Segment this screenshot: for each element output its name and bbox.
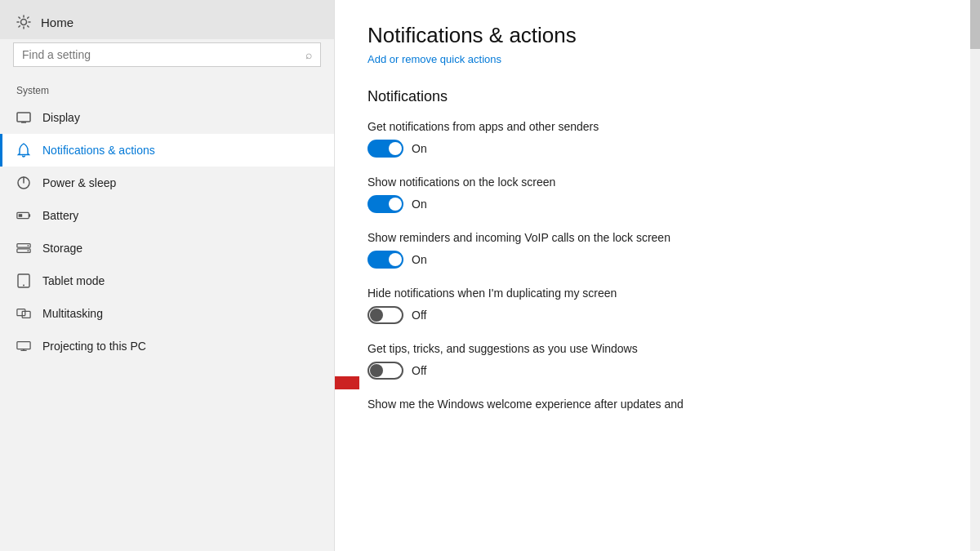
toggle-notif-apps[interactable] xyxy=(368,140,403,158)
battery-label: Battery xyxy=(42,209,78,222)
tablet-icon xyxy=(16,273,31,288)
setting-notif-welcome: Show me the Windows welcome experience a… xyxy=(368,398,947,411)
setting-notif-tips: Get tips, tricks, and suggestions as you… xyxy=(368,342,947,380)
battery-icon xyxy=(16,208,31,223)
sidebar-item-multitasking[interactable]: Multitasking xyxy=(0,297,334,330)
sidebar-item-notifications[interactable]: Notifications & actions xyxy=(0,134,334,167)
multitasking-label: Multitasking xyxy=(42,307,103,320)
svg-point-12 xyxy=(28,250,29,251)
toggle-notif-apps-state: On xyxy=(412,142,427,155)
red-arrow-indicator xyxy=(335,365,359,404)
storage-icon xyxy=(16,241,31,256)
setting-notif-duplicate: Hide notifications when I'm duplicating … xyxy=(368,287,947,324)
quick-actions-link[interactable]: Add or remove quick actions xyxy=(368,53,501,65)
toggle-notif-lock[interactable] xyxy=(368,195,403,213)
toggle-notif-reminders-state: On xyxy=(412,253,427,266)
svg-rect-15 xyxy=(17,309,25,316)
multitasking-icon xyxy=(16,306,31,321)
home-gear-icon xyxy=(16,15,31,29)
svg-rect-16 xyxy=(22,311,30,318)
toggle-notif-tips-state: Off xyxy=(412,364,426,377)
setting-notif-duplicate-toggle-row: Off xyxy=(368,306,947,324)
svg-rect-1 xyxy=(17,113,30,122)
projecting-label: Projecting to this PC xyxy=(42,340,146,353)
power-label: Power & sleep xyxy=(42,176,116,189)
toggle-notif-duplicate-knob xyxy=(370,309,383,322)
toggle-notif-duplicate-state: Off xyxy=(412,309,426,322)
storage-label: Storage xyxy=(42,242,82,255)
projecting-icon xyxy=(16,339,31,353)
toggle-notif-reminders-knob xyxy=(389,253,402,266)
toggle-notif-duplicate[interactable] xyxy=(368,306,403,324)
main-content: Notifications & actions Add or remove qu… xyxy=(335,0,980,551)
notifications-label: Notifications & actions xyxy=(42,144,155,157)
setting-notif-reminders-label: Show reminders and incoming VoIP calls o… xyxy=(368,231,947,244)
toggle-notif-tips[interactable] xyxy=(368,362,403,380)
system-section-label: System xyxy=(0,80,334,101)
display-icon xyxy=(16,110,31,125)
tablet-label: Tablet mode xyxy=(42,274,105,287)
svg-point-0 xyxy=(21,20,27,25)
toggle-notif-apps-knob xyxy=(389,142,402,155)
toggle-notif-lock-state: On xyxy=(412,198,427,211)
setting-notif-lock-toggle-row: On xyxy=(368,195,947,213)
setting-notif-reminders-toggle-row: On xyxy=(368,251,947,269)
setting-notif-tips-toggle-row: Off xyxy=(368,362,947,380)
setting-notif-tips-label: Get tips, tricks, and suggestions as you… xyxy=(368,342,947,355)
setting-notif-apps: Get notifications from apps and other se… xyxy=(368,120,947,158)
toggle-notif-tips-knob xyxy=(370,364,383,377)
setting-notif-reminders: Show reminders and incoming VoIP calls o… xyxy=(368,231,947,269)
toggle-notif-lock-knob xyxy=(389,198,402,211)
page-title: Notifications & actions xyxy=(368,23,947,48)
search-box[interactable]: ⌕ xyxy=(13,42,321,67)
setting-notif-apps-label: Get notifications from apps and other se… xyxy=(368,120,947,133)
search-input[interactable] xyxy=(22,48,299,61)
search-icon: ⌕ xyxy=(305,48,312,61)
svg-point-11 xyxy=(28,245,29,247)
display-label: Display xyxy=(42,111,80,124)
svg-marker-20 xyxy=(335,365,359,401)
svg-rect-7 xyxy=(29,214,30,217)
svg-point-14 xyxy=(23,285,24,287)
sidebar-item-display[interactable]: Display xyxy=(0,101,334,134)
toggle-notif-reminders[interactable] xyxy=(368,251,403,269)
sidebar-item-projecting[interactable]: Projecting to this PC xyxy=(0,330,334,362)
scrollbar-thumb[interactable] xyxy=(970,0,980,49)
setting-notif-lock: Show notifications on the lock screen On xyxy=(368,176,947,213)
sidebar-item-battery[interactable]: Battery xyxy=(0,199,334,232)
notifications-section-title: Notifications xyxy=(368,88,947,105)
svg-rect-8 xyxy=(19,214,23,217)
home-label: Home xyxy=(41,16,74,29)
sidebar-item-power[interactable]: Power & sleep xyxy=(0,167,334,199)
notifications-icon xyxy=(16,143,31,158)
sidebar-item-tablet[interactable]: Tablet mode xyxy=(0,264,334,297)
svg-rect-17 xyxy=(17,342,30,349)
sidebar: Home ⌕ System Display Notifications & ac… xyxy=(0,0,335,551)
setting-notif-apps-toggle-row: On xyxy=(368,140,947,158)
setting-notif-duplicate-label: Hide notifications when I'm duplicating … xyxy=(368,287,947,300)
setting-notif-welcome-label: Show me the Windows welcome experience a… xyxy=(368,398,947,411)
scrollbar-track[interactable] xyxy=(970,0,980,551)
sidebar-item-storage[interactable]: Storage xyxy=(0,232,334,264)
sidebar-home-button[interactable]: Home xyxy=(0,0,334,39)
setting-notif-lock-label: Show notifications on the lock screen xyxy=(368,176,947,189)
power-icon xyxy=(16,176,31,190)
